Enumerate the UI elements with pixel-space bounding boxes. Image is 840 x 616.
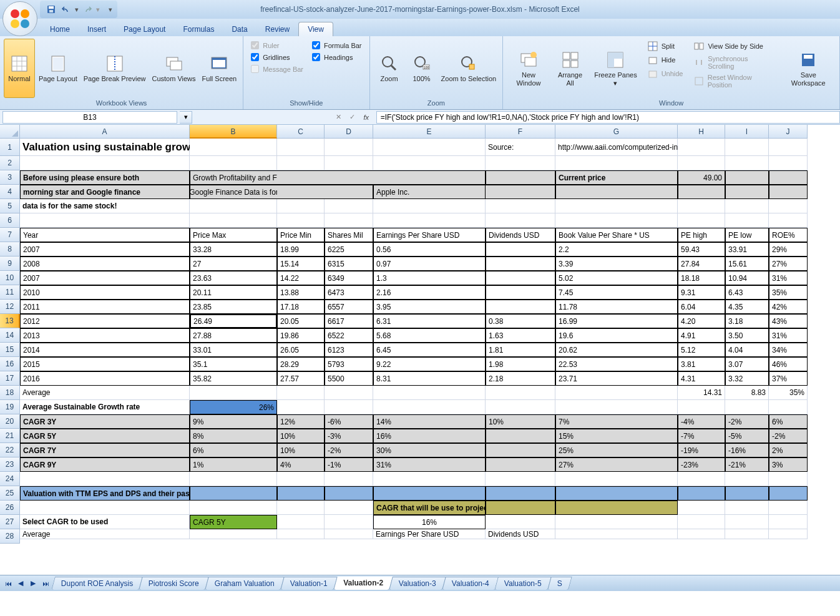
arrange-all-button[interactable]: Arrange All [552, 39, 589, 98]
cell-E23[interactable]: 31% [373, 457, 486, 472]
cell-E24[interactable] [373, 472, 486, 486]
cell-B8[interactable]: 33.28 [190, 242, 277, 257]
cell-F1[interactable]: Source: [486, 139, 555, 156]
cell-I19[interactable] [725, 400, 769, 414]
row-header-16[interactable]: 16 [0, 357, 20, 371]
cell-H2[interactable] [678, 156, 725, 170]
tab-home[interactable]: Home [41, 22, 79, 36]
cell-D7[interactable]: Shares Mil [325, 228, 373, 242]
cell-F10[interactable] [486, 271, 555, 285]
cell-H19[interactable] [678, 400, 725, 414]
cell-H9[interactable]: 27.84 [678, 257, 725, 271]
row-header-27[interactable]: 27 [0, 515, 20, 529]
normal-view-button[interactable]: Normal [4, 39, 35, 98]
cell-E10[interactable]: 1.3 [373, 271, 486, 285]
sheet-tab-valuation-3[interactable]: Valuation-3 [389, 577, 446, 590]
col-header-A[interactable]: A [20, 125, 190, 139]
cell-J13[interactable]: 43% [769, 314, 808, 328]
row-header-20[interactable]: 20 [0, 414, 20, 429]
cell-J23[interactable]: 3% [769, 457, 808, 472]
row-header-8[interactable]: 8 [0, 242, 20, 257]
cell-C11[interactable]: 13.88 [277, 285, 325, 300]
row-header-12[interactable]: 12 [0, 300, 20, 314]
cell-H13[interactable]: 4.20 [678, 314, 725, 328]
cell-D12[interactable]: 6557 [325, 300, 373, 314]
cell-I8[interactable]: 33.91 [725, 242, 769, 257]
cell-C2[interactable] [277, 156, 325, 170]
cell-C22[interactable]: 10% [277, 443, 325, 457]
cell-E4[interactable]: Apple Inc. [373, 185, 486, 199]
cell-D25[interactable] [325, 486, 373, 501]
cell-J9[interactable]: 27% [769, 257, 808, 271]
cell-I18[interactable]: 8.83 [725, 386, 769, 400]
undo-button[interactable] [60, 3, 72, 16]
sheet-nav-first[interactable]: ⏮ [2, 578, 14, 589]
row-header-2[interactable]: 2 [0, 156, 20, 170]
cell-I28[interactable] [725, 529, 769, 539]
cell-F8[interactable] [486, 242, 555, 257]
cell-D3[interactable] [325, 170, 373, 185]
cell-B13[interactable]: 26.49 [190, 314, 277, 328]
cell-B15[interactable]: 33.01 [190, 343, 277, 357]
cell-H1[interactable] [678, 139, 725, 156]
cell-A25[interactable]: Valuation with TTM EPS and DPS and their… [20, 486, 190, 501]
cell-I3[interactable] [725, 170, 769, 185]
cell-D19[interactable] [325, 400, 373, 414]
cell-F27[interactable] [486, 515, 555, 529]
cell-B25[interactable] [190, 486, 277, 501]
page-break-button[interactable]: Page Break Preview [81, 39, 149, 98]
cell-A14[interactable]: 2013 [20, 328, 190, 343]
cell-I14[interactable]: 3.50 [725, 328, 769, 343]
cell-G5[interactable] [555, 199, 678, 213]
row-header-7[interactable]: 7 [0, 228, 20, 242]
cell-G11[interactable]: 7.45 [555, 285, 678, 300]
cell-I10[interactable]: 10.94 [725, 271, 769, 285]
row-header-6[interactable]: 6 [0, 213, 20, 228]
split-button[interactable]: Split [644, 40, 687, 52]
cell-J22[interactable]: 2% [769, 443, 808, 457]
qat-customize[interactable]: ▾ [109, 6, 112, 14]
cell-D9[interactable]: 6315 [325, 257, 373, 271]
cell-H23[interactable]: -23% [678, 457, 725, 472]
cell-D24[interactable] [325, 472, 373, 486]
cell-J17[interactable]: 37% [769, 371, 808, 386]
cell-C21[interactable]: 10% [277, 429, 325, 443]
cell-G12[interactable]: 11.78 [555, 300, 678, 314]
cell-C13[interactable]: 20.05 [277, 314, 325, 328]
cell-G6[interactable] [555, 213, 678, 228]
cell-D23[interactable]: -1% [325, 457, 373, 472]
cell-C27[interactable] [277, 515, 325, 529]
tab-view[interactable]: View [298, 22, 333, 36]
cell-C15[interactable]: 26.05 [277, 343, 325, 357]
cell-A24[interactable] [20, 472, 190, 486]
cell-F2[interactable] [486, 156, 555, 170]
cell-G8[interactable]: 2.2 [555, 242, 678, 257]
cell-J16[interactable]: 46% [769, 357, 808, 371]
cell-E27[interactable]: 16% [373, 515, 486, 529]
tab-review[interactable]: Review [256, 22, 298, 36]
cell-J10[interactable]: 31% [769, 271, 808, 285]
cell-E5[interactable] [373, 199, 486, 213]
cell-D2[interactable] [325, 156, 373, 170]
cell-B23[interactable]: 1% [190, 457, 277, 472]
cell-B9[interactable]: 27 [190, 257, 277, 271]
cell-A3[interactable]: Before using please ensure both [20, 170, 190, 185]
cell-I23[interactable]: -21% [725, 457, 769, 472]
cell-F13[interactable]: 0.38 [486, 314, 555, 328]
cell-I2[interactable] [725, 156, 769, 170]
name-box-dropdown[interactable]: ▾ [180, 111, 192, 124]
cell-A28[interactable]: Average [20, 529, 190, 539]
sheet-tab-dupont-roe-analysis[interactable]: Dupont ROE Analysis [51, 577, 143, 590]
sheet-nav-next[interactable]: ▶ [27, 578, 39, 589]
cell-E16[interactable]: 9.22 [373, 357, 486, 371]
cell-D21[interactable]: -3% [325, 429, 373, 443]
new-window-button[interactable]: New Window [507, 39, 550, 98]
cell-F21[interactable] [486, 429, 555, 443]
cell-E2[interactable] [373, 156, 486, 170]
cell-B24[interactable] [190, 472, 277, 486]
cell-A22[interactable]: CAGR 7Y [20, 443, 190, 457]
cell-A27[interactable]: Select CAGR to be used [20, 515, 190, 529]
row-header-14[interactable]: 14 [0, 328, 20, 343]
save-workspace-button[interactable]: Save Workspace [781, 39, 836, 98]
row-header-4[interactable]: 4 [0, 185, 20, 199]
